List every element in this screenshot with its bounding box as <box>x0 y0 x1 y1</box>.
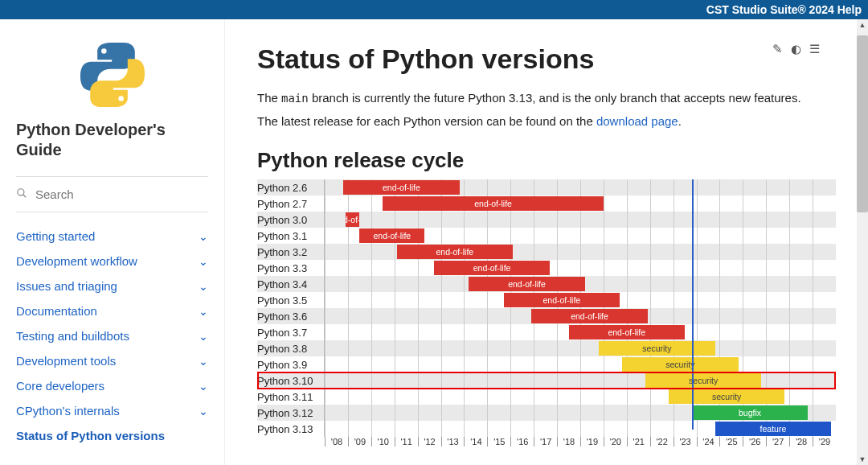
chart-row: Python 3.3end-of-life <box>257 260 836 276</box>
search-icon <box>16 187 27 201</box>
x-tick: '25 <box>719 437 743 446</box>
scroll-down-arrow-icon[interactable]: ▼ <box>857 454 868 465</box>
chart-row: Python 3.4end-of-life <box>257 276 836 292</box>
chart-row: Python 3.8security <box>257 340 836 356</box>
x-tick: '09 <box>348 437 371 446</box>
chart-bar-eol: end-of-life <box>383 196 604 211</box>
chart-bar-sec: security <box>669 389 785 404</box>
chart-row-track: end-of-life <box>325 260 836 276</box>
chart-bar-fea: feature <box>715 422 832 436</box>
sidebar-item-label: Testing and buildbots <box>16 329 129 343</box>
chart-row: Python 3.12bugfix <box>257 405 836 421</box>
chart-bar-fix: bugfix <box>692 405 809 420</box>
chart-row: Python 3.5end-of-life <box>257 292 836 308</box>
intro-text-2: branch is currently the future Python 3.… <box>309 91 801 105</box>
sidebar-item[interactable]: Testing and buildbots⌄ <box>16 323 208 348</box>
chart-bar-eol: end-of-life <box>531 309 648 323</box>
search-input[interactable] <box>34 187 208 202</box>
chart-bar-sec: security <box>622 357 739 372</box>
scroll-thumb[interactable] <box>857 35 868 212</box>
sidebar-item[interactable]: Documentation⌄ <box>16 298 208 323</box>
chart-row-track: end-of-life <box>325 228 836 244</box>
chevron-down-icon: ⌄ <box>199 405 208 418</box>
chart-row-label: Python 3.13 <box>257 421 325 437</box>
chart-row-track: feature <box>325 421 836 437</box>
chart-heading: Python release cycle <box>257 148 836 173</box>
chart-row-track: end-of-life <box>325 276 836 292</box>
chart-row: Python 3.0end-of-life <box>257 212 836 228</box>
sidebar-item-label: Getting started <box>16 229 95 243</box>
intro2-text-2: . <box>678 114 682 128</box>
x-tick: '29 <box>813 437 836 446</box>
chart-row-track: security <box>325 372 836 389</box>
x-tick: '13 <box>441 437 465 446</box>
intro-paragraph-1: The main branch is currently the future … <box>257 89 836 108</box>
download-page-link[interactable]: download page <box>596 114 678 128</box>
x-tick: '08 <box>325 437 348 446</box>
chart-row-label: Python 3.10 <box>257 372 325 389</box>
search-row[interactable] <box>16 176 208 212</box>
chart-row-track: security <box>325 389 836 405</box>
toc-icon[interactable]: ☰ <box>809 42 820 56</box>
chart-bar-eol: end-of-life <box>569 325 686 339</box>
intro-text: The <box>257 91 281 105</box>
sidebar-item[interactable]: Development workflow⌄ <box>16 249 208 274</box>
chart-bar-sec: security <box>645 373 762 388</box>
chevron-down-icon: ⌄ <box>199 380 208 393</box>
chart-row-label: Python 3.11 <box>257 389 325 405</box>
svg-point-0 <box>18 189 24 195</box>
sidebar-item[interactable]: CPython's internals⌄ <box>16 398 208 423</box>
globe-icon[interactable]: ◐ <box>791 42 801 56</box>
sidebar-item-active[interactable]: Status of Python versions <box>16 423 208 448</box>
chart-row-track: end-of-life <box>325 308 836 324</box>
python-logo <box>16 39 208 113</box>
intro2-text: The latest release for each Python versi… <box>257 114 596 128</box>
sidebar-item[interactable]: Issues and triaging⌄ <box>16 274 208 298</box>
chart-row-label: Python 3.2 <box>257 244 325 260</box>
chart-row: Python 2.6end-of-life <box>257 179 836 195</box>
x-tick: '14 <box>464 437 487 446</box>
chart-row-label: Python 3.8 <box>257 340 325 356</box>
chart-row-track: end-of-life <box>325 179 836 195</box>
scroll-up-arrow-icon[interactable]: ▲ <box>857 19 868 31</box>
chart-row-label: Python 2.7 <box>257 195 325 212</box>
x-tick: '12 <box>418 437 441 446</box>
chart-row-track: bugfix <box>325 405 836 421</box>
chart-row-label: Python 3.1 <box>257 228 325 244</box>
sidebar-item-label: Development tools <box>16 354 116 368</box>
chart-bar-eol: end-of-life <box>434 261 551 275</box>
chart-row: Python 3.1end-of-life <box>257 228 836 244</box>
sidebar: Python Developer's Guide Getting started… <box>0 19 225 465</box>
edit-icon[interactable]: ✎ <box>772 42 783 56</box>
chart-row-label: Python 3.12 <box>257 405 325 421</box>
chevron-down-icon: ⌄ <box>199 280 208 293</box>
chart-row-track: security <box>325 356 836 372</box>
chevron-down-icon: ⌄ <box>199 230 208 243</box>
x-tick: '20 <box>604 437 627 446</box>
chart-row-label: Python 3.4 <box>257 276 325 292</box>
x-tick: '19 <box>580 437 604 446</box>
chart-row-track: end-of-life <box>325 324 836 340</box>
sidebar-item[interactable]: Core developers⌄ <box>16 373 208 398</box>
x-tick: '24 <box>697 437 720 446</box>
chart-row-label: Python 3.9 <box>257 356 325 372</box>
sidebar-item[interactable]: Development tools⌄ <box>16 348 208 373</box>
chart-row-track: end-of-life <box>325 244 836 260</box>
chart-row-track: end-of-life <box>325 212 836 228</box>
chart-row-label: Python 3.6 <box>257 308 325 324</box>
x-tick: '21 <box>627 437 650 446</box>
x-tick: '18 <box>557 437 580 446</box>
sidebar-item-label: Issues and triaging <box>16 279 117 293</box>
chart-row-label: Python 3.5 <box>257 292 325 308</box>
chart-row: Python 2.7end-of-life <box>257 195 836 212</box>
chart-row-label: Python 3.0 <box>257 212 325 228</box>
help-label: CST Studio Suite® 2024 Help <box>706 3 862 16</box>
chart-row: Python 3.9security <box>257 356 836 372</box>
chevron-down-icon: ⌄ <box>199 330 208 343</box>
chart-bar-eol: end-of-life <box>504 293 620 307</box>
sidebar-item-label: Documentation <box>16 304 97 318</box>
chart-row: Python 3.7end-of-life <box>257 324 836 340</box>
vertical-scrollbar[interactable]: ▲ ▼ <box>857 19 868 465</box>
chart-row: Python 3.2end-of-life <box>257 244 836 260</box>
sidebar-item[interactable]: Getting started⌄ <box>16 224 208 249</box>
